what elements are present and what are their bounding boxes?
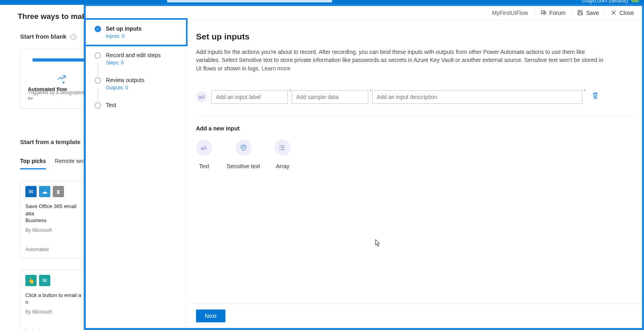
list-icon	[275, 140, 291, 156]
delete-input-button[interactable]	[592, 92, 599, 101]
blank-section-title: Start from blank	[20, 33, 66, 40]
step-marker-icon	[95, 52, 101, 59]
add-text-input[interactable]: aA Text	[196, 140, 212, 169]
wizard-main: Set up inputs Add inputs for the actions…	[186, 20, 642, 328]
step-review-outputs[interactable]: Review outputs Outputs: 0	[86, 71, 186, 96]
search-bar-partial[interactable]	[167, 0, 332, 2]
hourglass-icon: ⧗	[53, 186, 64, 197]
add-new-heading: Add a new input	[196, 125, 632, 132]
input-label-field[interactable]	[211, 90, 288, 104]
input-description-field[interactable]	[372, 90, 582, 104]
required-marker: *	[584, 89, 586, 94]
modal-toolbar: MyFirstUIFlow Forum Save Close	[86, 6, 642, 20]
chat-icon	[541, 10, 547, 16]
sample-data-field[interactable]	[292, 90, 368, 104]
input-definition-row: aA * * *	[196, 90, 632, 116]
template-card-icons: ✉ ☁ ⧗	[25, 186, 81, 197]
step-title: Test	[106, 102, 116, 108]
template-card[interactable]: 👆 ✉ Click a button to email a n By Micro…	[20, 270, 87, 330]
add-new-input-section: Add a new input aA Text Sensi	[196, 125, 632, 169]
blank-card-automated-flow[interactable]: Automated flow Triggered by a designated…	[20, 49, 85, 109]
step-title: Record and edit steps	[106, 52, 161, 58]
outlook-icon: ✉	[25, 186, 37, 197]
required-marker: *	[369, 89, 372, 94]
text-icon: aA	[196, 140, 212, 156]
required-marker: *	[289, 89, 291, 94]
text-type-icon[interactable]: aA	[196, 91, 207, 103]
step-marker-icon	[95, 77, 101, 84]
flow-name-label: MyFirstUIFlow	[492, 10, 528, 16]
template-card-kind: Automated	[25, 247, 81, 252]
template-card-title: Save Office 365 email atta Business	[25, 203, 81, 224]
button-icon: 👆	[25, 275, 37, 286]
step-title: Review outputs	[106, 77, 144, 83]
blank-card-subtitle: Triggered by a designated ev	[28, 90, 84, 101]
trash-icon	[592, 92, 599, 99]
wizard-footer: Next	[186, 303, 642, 328]
template-card-by: By Microsoft	[25, 227, 81, 233]
template-card-icons: 👆 ✉	[25, 275, 81, 286]
step-record-and-edit[interactable]: Record and edit steps Steps: 0	[86, 46, 186, 71]
close-button[interactable]: Close	[605, 6, 640, 19]
mail-icon: ✉	[39, 275, 50, 286]
card-accent	[33, 58, 85, 62]
shield-icon	[235, 140, 252, 156]
help-text: Add inputs for the actions you're about …	[196, 48, 607, 72]
template-card-kind: Instant	[25, 328, 81, 330]
ui-flow-wizard-modal: MyFirstUIFlow Forum Save Close Set up in…	[84, 4, 644, 330]
option-label: Text	[199, 163, 209, 169]
account-label: cnayd.com (default)	[582, 0, 628, 4]
option-label: Array	[276, 163, 289, 169]
step-marker-checked-icon	[95, 26, 101, 32]
tab-remote-work[interactable]: Remote work	[55, 158, 88, 169]
step-marker-icon	[95, 102, 101, 109]
flow-plus-icon	[57, 74, 67, 87]
svg-point-4	[280, 149, 281, 150]
template-section-title: Start from a template	[20, 138, 80, 145]
avatar[interactable]	[631, 0, 639, 2]
save-icon	[577, 10, 583, 16]
tab-top-picks[interactable]: Top picks	[20, 158, 46, 169]
svg-point-2	[280, 145, 281, 146]
step-title: Set up inputs	[106, 25, 142, 32]
learn-more-link[interactable]: Learn more	[262, 65, 291, 72]
step-test[interactable]: Test	[86, 96, 186, 114]
save-button[interactable]: Save	[571, 6, 605, 19]
add-sensitive-text-input[interactable]: Sensitive text	[227, 140, 260, 169]
step-meta: Inputs: 0	[106, 33, 142, 39]
main-heading: Set up inputs	[196, 32, 632, 41]
svg-text:aA: aA	[201, 145, 207, 151]
template-card-title: Click a button to email a n	[25, 292, 81, 306]
template-card-by: By Microsoft	[25, 309, 81, 315]
option-label: Sensitive text	[227, 163, 260, 169]
step-set-up-inputs[interactable]: Set up inputs Inputs: 0	[84, 18, 188, 46]
step-meta: Steps: 0	[106, 60, 161, 66]
wizard-steps: Set up inputs Inputs: 0 Record and edit …	[86, 20, 186, 328]
next-button[interactable]: Next	[196, 309, 225, 322]
template-card[interactable]: ✉ ☁ ⧗ Save Office 365 email atta Busines…	[20, 181, 87, 258]
svg-point-1	[243, 146, 244, 148]
onedrive-icon: ☁	[39, 186, 50, 197]
forum-button[interactable]: Forum	[535, 6, 571, 19]
close-icon	[611, 10, 617, 16]
svg-point-3	[280, 147, 281, 148]
step-meta: Outputs: 0	[106, 85, 144, 91]
info-icon[interactable]: i	[70, 34, 76, 40]
add-array-input[interactable]: Array	[275, 140, 291, 169]
